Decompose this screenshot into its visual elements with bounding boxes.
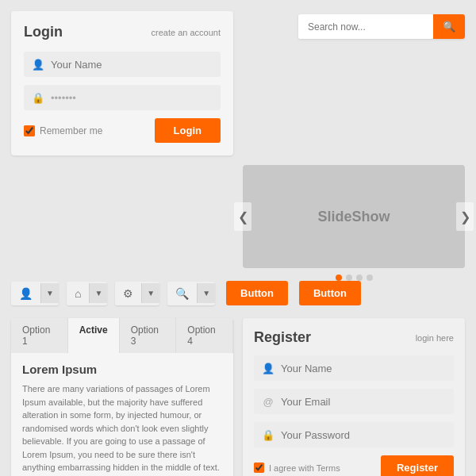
remember-me-label: Remember me bbox=[24, 125, 102, 136]
slideshow-next-button[interactable]: ❯ bbox=[456, 202, 474, 231]
register-password-group: 🔒 bbox=[254, 422, 454, 447]
login-title: Login bbox=[24, 24, 63, 40]
tabs-content: Option 1 Active Option 3 Option 4 Lorem … bbox=[11, 318, 233, 476]
toolbar-user-button[interactable]: 👤 bbox=[11, 282, 40, 305]
agree-terms-text: I agree with Terms bbox=[269, 463, 340, 473]
register-name-input[interactable] bbox=[281, 363, 446, 374]
register-title: Register bbox=[254, 329, 311, 346]
dot-1[interactable] bbox=[336, 274, 342, 281]
agree-terms-label: I agree with Terms bbox=[254, 463, 340, 473]
toolbar-search-button[interactable]: 🔍 bbox=[167, 282, 197, 305]
toolbar-search-group: 🔍 ▼ bbox=[167, 282, 215, 305]
slideshow-dots bbox=[336, 274, 373, 281]
toolbar-gear-button[interactable]: ⚙ bbox=[115, 282, 141, 305]
register-footer: I agree with Terms Register bbox=[254, 455, 454, 476]
register-email-icon: @ bbox=[262, 395, 274, 408]
tab-option4[interactable]: Option 4 bbox=[176, 318, 233, 353]
tab-content-title: Lorem Ipsum bbox=[22, 363, 222, 376]
dot-2[interactable] bbox=[346, 274, 352, 281]
login-header: Login create an account bbox=[24, 24, 221, 40]
login-name-input[interactable] bbox=[51, 59, 213, 71]
register-lock-icon: 🔒 bbox=[262, 428, 274, 441]
register-button[interactable]: Register bbox=[381, 455, 454, 476]
register-name-group: 👤 bbox=[254, 355, 454, 381]
tab-option1[interactable]: Option 1 bbox=[11, 318, 68, 353]
bottom-row: Option 1 Active Option 3 Option 4 Lorem … bbox=[11, 318, 465, 476]
dot-3[interactable] bbox=[356, 274, 363, 281]
login-footer: Remember me Login bbox=[24, 118, 221, 143]
create-account-link[interactable]: create an account bbox=[152, 28, 221, 37]
search-box: 🔍 bbox=[298, 14, 465, 39]
agree-terms-checkbox[interactable] bbox=[254, 463, 264, 473]
register-header: Register login here bbox=[254, 329, 454, 346]
toolbar-user-caret[interactable]: ▼ bbox=[40, 283, 59, 303]
register-email-group: @ bbox=[254, 389, 454, 414]
tab-body: Lorem Ipsum There are many variations of… bbox=[11, 353, 233, 476]
tabs-bar: Option 1 Active Option 3 Option 4 bbox=[11, 318, 233, 353]
toolbar-home-group: ⌂ ▼ bbox=[67, 282, 107, 305]
lock-icon: 🔒 bbox=[32, 91, 44, 104]
toolbar-user-group: 👤 ▼ bbox=[11, 282, 59, 305]
login-here-link[interactable]: login here bbox=[416, 333, 454, 343]
slideshow-label: SlideShow bbox=[317, 209, 390, 225]
tab-option3[interactable]: Option 3 bbox=[120, 318, 177, 353]
button-2[interactable]: Button bbox=[299, 281, 361, 305]
toolbar-gear-caret[interactable]: ▼ bbox=[141, 283, 159, 303]
login-password-group: 🔒 bbox=[24, 85, 221, 110]
slideshow-prev-button[interactable]: ❮ bbox=[234, 202, 251, 231]
login-password-input[interactable] bbox=[51, 92, 213, 104]
tab-paragraph-1: There are many variations of passages of… bbox=[22, 382, 222, 474]
remember-me-text: Remember me bbox=[40, 125, 102, 136]
slideshow: ❮ SlideShow ❯ bbox=[243, 165, 465, 268]
slideshow-container: ❮ SlideShow ❯ bbox=[243, 170, 465, 268]
toolbar-home-caret[interactable]: ▼ bbox=[89, 283, 107, 303]
register-email-input[interactable] bbox=[281, 396, 446, 408]
login-card: Login create an account 👤 🔒 Remember me … bbox=[11, 11, 233, 155]
toolbar-row: 👤 ▼ ⌂ ▼ ⚙ ▼ 🔍 ▼ Button Button bbox=[11, 278, 465, 309]
register-card: Register login here 👤 @ 🔒 I agree with T… bbox=[243, 318, 465, 476]
search-icon: 🔍 bbox=[443, 21, 455, 33]
login-button[interactable]: Login bbox=[155, 118, 221, 143]
toolbar-home-button[interactable]: ⌂ bbox=[67, 282, 89, 305]
search-area: 🔍 bbox=[243, 11, 465, 155]
tab-active[interactable]: Active bbox=[68, 318, 120, 353]
remember-me-checkbox[interactable] bbox=[24, 125, 35, 136]
toolbar-search-caret[interactable]: ▼ bbox=[197, 283, 215, 303]
toolbar-gear-group: ⚙ ▼ bbox=[115, 282, 159, 305]
register-user-icon: 👤 bbox=[262, 362, 274, 374]
search-input[interactable] bbox=[298, 15, 433, 39]
user-icon: 👤 bbox=[32, 58, 44, 71]
dot-4[interactable] bbox=[367, 274, 373, 281]
search-button[interactable]: 🔍 bbox=[433, 14, 465, 39]
login-name-group: 👤 bbox=[24, 52, 221, 77]
button-1[interactable]: Button bbox=[226, 281, 288, 305]
register-password-input[interactable] bbox=[281, 429, 446, 441]
